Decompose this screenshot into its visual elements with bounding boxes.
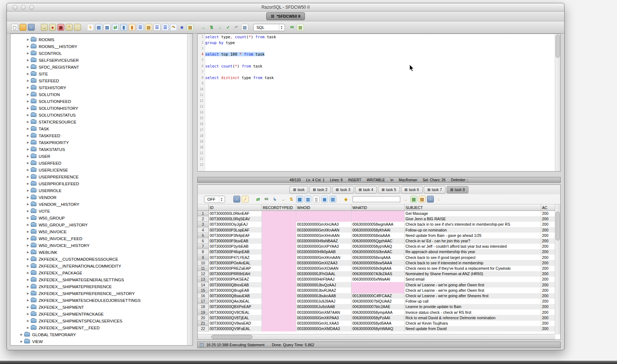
disclosure-triangle-icon[interactable]: ▶ (25, 52, 31, 55)
table-cell[interactable] (262, 287, 296, 293)
editor-line[interactable]: 5 (198, 57, 555, 63)
editor-line[interactable]: 19 (198, 139, 555, 144)
disclosure-triangle-icon[interactable]: ▶ (25, 203, 31, 206)
table-cell[interactable]: Check-in w/ Ed - can he join this year? (404, 238, 541, 244)
table-cell[interactable]: 00T3000000P3yrbEAB (208, 244, 262, 249)
tree-item[interactable]: ▶SOLUTIONHISTORY (10, 105, 187, 112)
table-cell[interactable]: 0033000000GmXM7AAN (296, 309, 351, 315)
table-cell[interactable]: 0033000000GmXLXAA3 (296, 321, 351, 326)
import-data-icon[interactable]: ▤ (410, 196, 417, 203)
tree-item[interactable]: ▶TASKPRIORITY (10, 139, 187, 146)
editor-line[interactable]: 23 (198, 162, 555, 168)
editor-line[interactable]: 15 (198, 115, 555, 121)
tree-item[interactable]: ▶WEBLINK (10, 249, 187, 256)
table-browser-icon[interactable]: ▤ (95, 24, 102, 31)
disclosure-triangle-icon[interactable]: ▶ (25, 189, 31, 192)
disclosure-triangle-icon[interactable]: ▶ (19, 340, 24, 343)
column-header-whatid[interactable]: WHATID (351, 204, 404, 211)
table-row[interactable]: 200T3000000L0RqSEAVGive Jenn a BIG RAISE… (198, 216, 560, 222)
close-tab-icon[interactable]: ⊠ (427, 188, 430, 192)
tree-item[interactable]: ▶USERROLE (10, 187, 187, 194)
help-book-icon[interactable]: ▮ (129, 24, 135, 31)
table-cell[interactable] (351, 282, 404, 287)
table-cell[interactable]: 00630000005xfWaAAI (351, 277, 404, 282)
generate-sql-icon[interactable]: ▤ (297, 24, 304, 31)
editor-line[interactable]: 22 (198, 156, 555, 162)
select-columns-icon[interactable]: ▥ (305, 196, 311, 203)
table-cell[interactable]: 00T3000000QV8CfEAL (208, 309, 262, 315)
copy-table-icon[interactable]: ▤ (329, 196, 336, 203)
table-cell[interactable] (262, 233, 296, 238)
table-cell[interactable]: 00T3000000OiyJgEAJ (208, 222, 262, 227)
disclosure-triangle-icon[interactable]: ▶ (25, 182, 31, 185)
table-cell[interactable] (351, 216, 404, 222)
table-cell[interactable]: 0033000000Ju9zIAAB (296, 304, 351, 309)
tree-item[interactable]: ▶ZKFEDEX__CUSTOMADDRESSSOURCE (10, 256, 187, 263)
table-cell[interactable]: 006300000058yPzAAI (351, 315, 404, 320)
editor-line[interactable]: 14 (198, 109, 555, 115)
table-cell[interactable]: 0033000000Ju9J9AAJ (296, 299, 351, 304)
table-cell[interactable] (262, 216, 296, 222)
editor-line[interactable]: 21 (198, 150, 555, 156)
editor-line[interactable]: 1select type, count(*) from task (198, 34, 555, 40)
sql-list-icon[interactable]: ☰ (137, 24, 144, 31)
disclosure-triangle-icon[interactable]: ▶ (25, 100, 31, 103)
table-cell[interactable] (262, 315, 296, 320)
tree-item[interactable]: ▶ZKFEDEX__INTERNATIONALCOMMODITY (10, 263, 187, 269)
tree-item[interactable]: ▶USERPREFERENCE (10, 173, 187, 180)
results-grid[interactable]: IDRECORDTYPEIDWHOIDWHATIDSUBJECTAC100T30… (198, 204, 560, 339)
table-row[interactable]: 1200T3000000PRR8rEAH0033000000JFhGlAAL00… (198, 271, 560, 277)
table-cell[interactable]: 0033000000GmXMDAA3 (296, 326, 351, 332)
disclosure-triangle-icon[interactable]: ▶ (25, 216, 31, 220)
fetch-more-rows-icon[interactable]: ↓ (216, 24, 223, 31)
table-cell[interactable]: Give Jenn a BIG RAISE (404, 216, 541, 222)
table-cell[interactable]: 00T3000000QV9FaEAL (208, 326, 262, 332)
save-icon[interactable]: ▫ (28, 24, 35, 31)
tree-item[interactable]: ▶W50_INVOICE__FEED (10, 235, 187, 242)
table-cell[interactable]: 00T3000000PfvKSEAZ (208, 277, 262, 282)
tree-item[interactable]: ▶SOLUTION (10, 91, 187, 98)
table-cell[interactable] (262, 326, 296, 332)
tree-item[interactable]: ▶VENDOR__HISTORY (10, 201, 187, 208)
tree-item[interactable]: ▶USER (10, 153, 187, 160)
copy-connection-icon[interactable]: ▣ (57, 24, 64, 31)
table-cell[interactable]: 0033000000GmXHnAAN (296, 233, 351, 238)
table-cell[interactable]: 00T3000000QV8TjEAL (208, 315, 262, 320)
editor-line[interactable]: 4select top 100 * from task (198, 51, 555, 57)
execute-statement-icon[interactable]: → (200, 24, 207, 31)
tree-item[interactable]: ▶USERFEED (10, 160, 187, 166)
edit-notes-icon[interactable]: ▤ (419, 196, 426, 203)
connect-database-icon[interactable]: → (41, 24, 48, 31)
editor-line[interactable]: 13 (198, 104, 555, 109)
tree-item[interactable]: ▶ROOMS__HISTORY (10, 43, 187, 50)
table-cell[interactable]: 00T3000000QBXPeEAP (208, 304, 262, 309)
table-cell[interactable]: 0033000000JbukoAAB (296, 293, 351, 299)
table-row[interactable]: 1500T3000000Q8rugEAB0033000000JbvRJAAZCh… (198, 287, 560, 293)
close-tab-icon[interactable]: ⊠ (450, 188, 453, 192)
statement-type-select[interactable]: SQL▲▼ (253, 24, 285, 31)
tree-item[interactable]: ▶ZKFEDEX__SHIPMENTPACKAGE (10, 311, 187, 317)
close-tab-icon[interactable]: ⊠ (336, 188, 338, 192)
result-tab-task-8[interactable]: ⊠task 8 (446, 186, 468, 194)
table-cell[interactable]: 00T3000000P3N4pEAF (208, 233, 262, 238)
disclosure-triangle-icon[interactable]: ▶ (25, 79, 31, 82)
result-tab-task-4[interactable]: ⊠task 4 (355, 186, 377, 194)
table-row[interactable]: 1800T3000000QBXPeEAP0033000000Ju9zIAAB00… (198, 304, 560, 309)
stepper-icon[interactable]: ▲▼ (219, 196, 224, 202)
database-book-icon[interactable]: ▮ (120, 24, 127, 31)
database-icon[interactable] (74, 24, 81, 31)
table-cell[interactable]: Check w/ Leanne - we're going after Owen… (404, 282, 541, 287)
table-cell[interactable]: Check w/ Leanne - we're going after Owen… (404, 287, 541, 293)
table-cell[interactable]: Follow up call (404, 299, 541, 304)
table-cell[interactable]: Check nexis to see if they've found a re… (404, 266, 541, 271)
result-tab-task-2[interactable]: ⊠task 2 (309, 186, 331, 194)
result-tab-task[interactable]: ⊠task (289, 186, 308, 194)
tree-item[interactable]: ▶SFDC_REGISTRANT (10, 64, 187, 70)
table-cell[interactable]: 0033000000JbvRJAAZ (296, 287, 351, 293)
tree-item[interactable]: ▶ZKFEDEX__SHIPMATEPREFERENCE__HISTORY (10, 290, 187, 297)
disclosure-triangle-icon[interactable]: ▶ (25, 65, 31, 69)
tree-item[interactable]: ▶ZKFEDEX__SHIPMENT__FEED (10, 324, 187, 331)
disclosure-triangle-icon[interactable]: ▶ (25, 168, 31, 172)
disclosure-triangle-icon[interactable]: ▶ (25, 86, 31, 89)
table-cell[interactable]: 0033000000GmXPYAA3 (296, 244, 351, 249)
